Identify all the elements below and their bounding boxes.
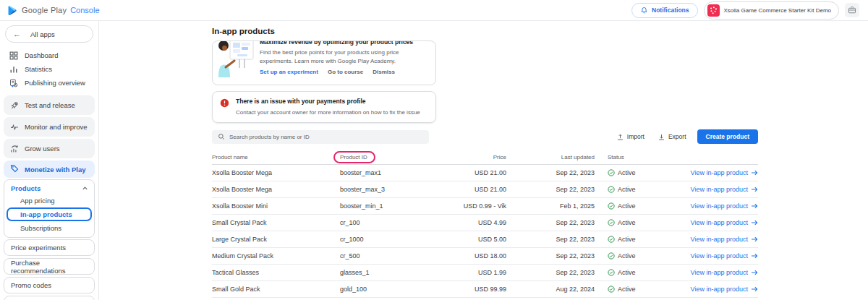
view-product-link[interactable]: View in-app product xyxy=(674,286,758,293)
sidebar-section-item[interactable]: Monitor and improve xyxy=(4,117,95,137)
cell-last-updated: Sep 22, 2023 xyxy=(506,269,595,276)
cell-last-updated: Sep 22, 2023 xyxy=(506,219,595,226)
sidebar-item-label: Test and release xyxy=(25,101,75,109)
view-product-link[interactable]: View in-app product xyxy=(674,269,758,276)
header-price: Price xyxy=(427,154,506,160)
sidebar-item[interactable]: Publishing overview xyxy=(0,76,98,90)
product-search[interactable] xyxy=(212,130,429,144)
sidebar-section-item[interactable]: Purchase recommendations xyxy=(4,258,95,275)
back-arrow-icon: ← xyxy=(13,30,21,38)
status-badge: Active xyxy=(618,236,636,243)
sidebar-section-item[interactable]: Promo codes xyxy=(4,277,95,293)
cell-product-id: cr_100 xyxy=(340,219,427,226)
sidebar-item-label: Publishing overview xyxy=(25,79,85,87)
search-input[interactable] xyxy=(229,134,423,140)
table-row: Large Crystal Pack cr_1000 USD 5.00 Sep … xyxy=(212,231,758,248)
sidebar-section-item[interactable]: Financial reports xyxy=(4,296,95,300)
products-group: Products App pricing In-app products xyxy=(4,179,95,238)
arrow-right-icon xyxy=(751,187,758,192)
promo-title: Maximize revenue by optimizing your prod… xyxy=(260,40,428,46)
google-play-console-logo[interactable]: Google Play Console xyxy=(7,5,100,16)
sidebar-section-item[interactable]: Grow users xyxy=(4,139,95,158)
cell-status: Active xyxy=(595,186,674,193)
sidebar-item[interactable]: Statistics xyxy=(0,62,98,76)
set-up-experiment-link[interactable]: Set up an experiment xyxy=(260,69,318,75)
go-to-course-link[interactable]: Go to course xyxy=(328,69,363,75)
cell-product-name: Small Crystal Pack xyxy=(212,219,340,226)
products-children: App pricing In-app products Subscription… xyxy=(4,194,94,234)
sidebar-sub-item[interactable]: Subscriptions xyxy=(4,222,94,234)
cell-product-name: Tactical Glasses xyxy=(212,269,340,276)
cell-last-updated: Aug 22, 2024 xyxy=(506,286,595,293)
arrow-right-icon xyxy=(751,170,758,176)
cell-product-name: Medium Crystal Pack xyxy=(212,252,340,260)
header-actions: Notifications Xsolla Game Commerce Start… xyxy=(631,1,859,20)
import-button[interactable]: Import xyxy=(616,133,644,141)
table-header-row: Product name Product ID Price Last updat… xyxy=(212,150,758,165)
cell-product-name: Xsolla Booster Mini xyxy=(212,202,340,210)
publishing-overview-icon xyxy=(9,79,18,87)
status-badge: Active xyxy=(618,252,636,260)
app-name: Xsolla Game Commerce Starter Kit Demo xyxy=(724,7,832,14)
sidebar-top-nav: Dashboard Statistics Publishing overview xyxy=(0,48,98,90)
view-product-link[interactable]: View in-app product xyxy=(674,186,758,193)
arrow-right-icon xyxy=(751,286,758,292)
view-product-label: View in-app product xyxy=(691,269,748,276)
header-status: Status xyxy=(595,154,674,160)
export-button[interactable]: Export xyxy=(658,133,686,141)
sidebar-item-label: Grow users xyxy=(25,145,60,153)
sidebar-item-label: Dashboard xyxy=(25,51,58,59)
sidebar-section-item[interactable]: Test and release xyxy=(4,95,95,115)
cell-product-id: booster_max1 xyxy=(340,169,427,176)
app-selector[interactable]: Xsolla Game Commerce Starter Kit Demo xyxy=(704,1,840,20)
promo-text: Find the best price points for your prod… xyxy=(260,48,428,65)
header-last-updated: Last updated xyxy=(506,154,595,160)
view-product-link[interactable]: View in-app product xyxy=(674,252,758,260)
tag-icon xyxy=(10,164,19,174)
play-console-window: Google Play Console Notifications Xsolla… xyxy=(0,0,868,300)
sidebar-item-monetize-with-play[interactable]: Monetize with Play xyxy=(4,160,95,178)
cell-price: USD 5.00 xyxy=(427,236,506,243)
cell-last-updated: Sep 22, 2023 xyxy=(506,236,595,243)
table-row: Tactical Glasses glasses_1 USD 1.99 Sep … xyxy=(212,265,758,281)
page-title: In-app products xyxy=(212,27,758,35)
check-circle-icon xyxy=(608,219,615,226)
sidebar-item-products[interactable]: Products xyxy=(4,182,94,194)
sidebar-item[interactable]: Dashboard xyxy=(0,48,98,62)
briefcase-icon[interactable] xyxy=(845,3,859,17)
cell-last-updated: Sep 22, 2023 xyxy=(506,169,595,176)
all-apps-label: All apps xyxy=(30,30,55,38)
view-product-link[interactable]: View in-app product xyxy=(674,169,758,176)
table-row: Medium Crystal Pack cr_500 USD 18.00 Sep… xyxy=(212,248,758,265)
cell-status: Active xyxy=(595,286,674,293)
cell-product-name: Xsolla Booster Mega xyxy=(212,169,340,176)
check-circle-icon xyxy=(608,286,615,293)
all-apps-button[interactable]: ← All apps xyxy=(5,25,93,43)
cell-product-name: Large Crystal Pack xyxy=(212,236,340,243)
arrow-right-icon xyxy=(751,236,758,242)
table-row: Small Crystal Pack cr_100 USD 4.99 Sep 2… xyxy=(212,215,758,231)
cell-last-updated: Sep 22, 2023 xyxy=(506,252,595,260)
view-product-link[interactable]: View in-app product xyxy=(674,202,758,210)
view-product-link[interactable]: View in-app product xyxy=(674,236,758,243)
view-product-link[interactable]: View in-app product xyxy=(674,219,758,226)
arrow-right-icon xyxy=(751,253,758,259)
check-circle-icon xyxy=(608,269,615,276)
arrow-right-icon xyxy=(751,203,758,209)
notifications-button[interactable]: Notifications xyxy=(631,3,697,18)
dismiss-link[interactable]: Dismiss xyxy=(373,69,395,75)
sidebar-sub-item[interactable]: In-app products xyxy=(7,207,92,221)
cell-product-name: Xsolla Booster Mega xyxy=(212,186,340,193)
check-circle-icon xyxy=(608,252,615,260)
sidebar-section-item[interactable]: Price experiments xyxy=(4,239,95,256)
products-label: Products xyxy=(11,184,41,192)
cell-price: USD 18.00 xyxy=(427,252,506,260)
status-badge: Active xyxy=(618,186,636,193)
cell-product-id: glasses_1 xyxy=(340,269,427,276)
cell-status: Active xyxy=(595,252,674,260)
app-icon xyxy=(707,4,720,17)
sidebar-sub-item[interactable]: App pricing xyxy=(4,194,94,207)
create-product-button[interactable]: Create product xyxy=(697,129,758,144)
sidebar-bottom-nav: Price experiments Purchase recommendatio… xyxy=(0,239,98,300)
status-badge: Active xyxy=(618,286,636,293)
